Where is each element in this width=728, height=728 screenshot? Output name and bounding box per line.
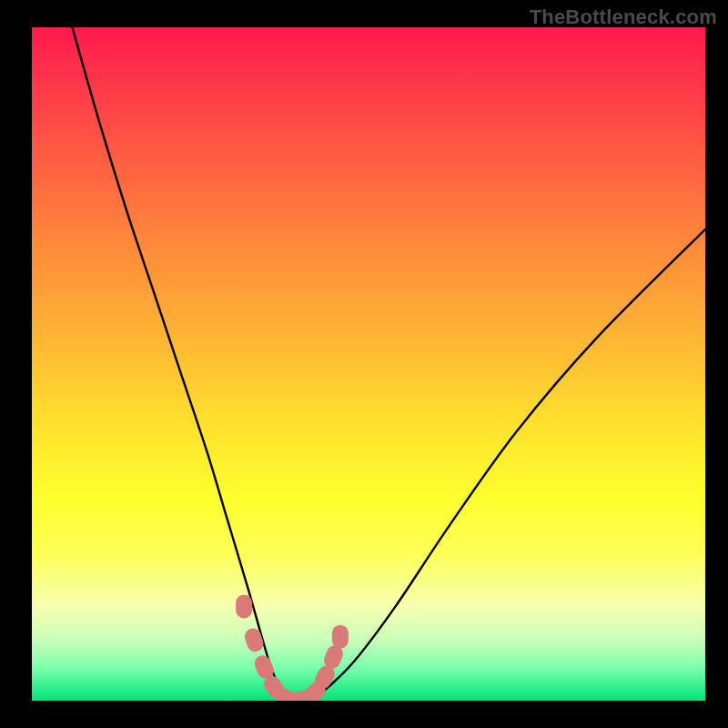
bottleneck-curve	[72, 27, 705, 701]
marker-dot	[236, 594, 252, 618]
plot-area	[32, 27, 705, 701]
watermark-text: TheBottleneck.com	[530, 5, 717, 29]
marker-dot	[332, 625, 349, 649]
chart-frame: TheBottleneck.com	[0, 0, 728, 728]
marker-dot	[243, 626, 266, 653]
curve-svg	[32, 27, 705, 701]
